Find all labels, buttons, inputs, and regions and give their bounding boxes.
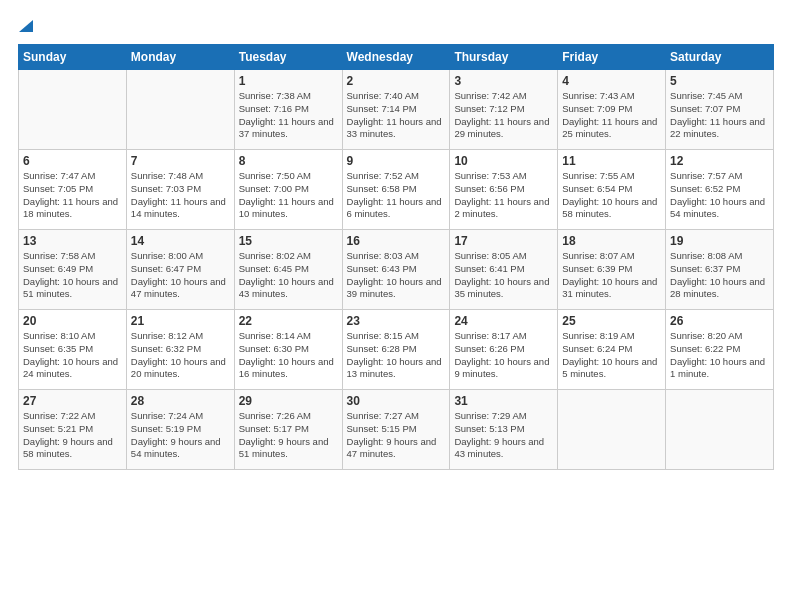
calendar-cell: 25Sunrise: 8:19 AM Sunset: 6:24 PM Dayli… (558, 310, 666, 390)
header-row: SundayMondayTuesdayWednesdayThursdayFrid… (19, 45, 774, 70)
weekday-header-sunday: Sunday (19, 45, 127, 70)
calendar-cell: 1Sunrise: 7:38 AM Sunset: 7:16 PM Daylig… (234, 70, 342, 150)
day-detail: Sunrise: 8:15 AM Sunset: 6:28 PM Dayligh… (347, 330, 446, 381)
day-detail: Sunrise: 7:42 AM Sunset: 7:12 PM Dayligh… (454, 90, 553, 141)
day-number: 10 (454, 154, 553, 168)
calendar-cell: 9Sunrise: 7:52 AM Sunset: 6:58 PM Daylig… (342, 150, 450, 230)
weekday-header-tuesday: Tuesday (234, 45, 342, 70)
calendar-cell: 15Sunrise: 8:02 AM Sunset: 6:45 PM Dayli… (234, 230, 342, 310)
calendar-cell: 11Sunrise: 7:55 AM Sunset: 6:54 PM Dayli… (558, 150, 666, 230)
day-number: 7 (131, 154, 230, 168)
calendar-cell: 22Sunrise: 8:14 AM Sunset: 6:30 PM Dayli… (234, 310, 342, 390)
day-detail: Sunrise: 8:10 AM Sunset: 6:35 PM Dayligh… (23, 330, 122, 381)
calendar-cell: 8Sunrise: 7:50 AM Sunset: 7:00 PM Daylig… (234, 150, 342, 230)
day-detail: Sunrise: 8:02 AM Sunset: 6:45 PM Dayligh… (239, 250, 338, 301)
page: SundayMondayTuesdayWednesdayThursdayFrid… (0, 0, 792, 482)
calendar-cell: 24Sunrise: 8:17 AM Sunset: 6:26 PM Dayli… (450, 310, 558, 390)
day-number: 18 (562, 234, 661, 248)
calendar-cell: 26Sunrise: 8:20 AM Sunset: 6:22 PM Dayli… (666, 310, 774, 390)
day-number: 15 (239, 234, 338, 248)
day-number: 5 (670, 74, 769, 88)
calendar-cell: 20Sunrise: 8:10 AM Sunset: 6:35 PM Dayli… (19, 310, 127, 390)
calendar-cell: 19Sunrise: 8:08 AM Sunset: 6:37 PM Dayli… (666, 230, 774, 310)
weekday-header-friday: Friday (558, 45, 666, 70)
day-detail: Sunrise: 7:58 AM Sunset: 6:49 PM Dayligh… (23, 250, 122, 301)
day-number: 29 (239, 394, 338, 408)
day-detail: Sunrise: 8:08 AM Sunset: 6:37 PM Dayligh… (670, 250, 769, 301)
day-number: 8 (239, 154, 338, 168)
day-detail: Sunrise: 7:27 AM Sunset: 5:15 PM Dayligh… (347, 410, 446, 461)
day-detail: Sunrise: 7:52 AM Sunset: 6:58 PM Dayligh… (347, 170, 446, 221)
day-detail: Sunrise: 7:45 AM Sunset: 7:07 PM Dayligh… (670, 90, 769, 141)
day-number: 12 (670, 154, 769, 168)
calendar-week-1: 1Sunrise: 7:38 AM Sunset: 7:16 PM Daylig… (19, 70, 774, 150)
calendar-cell: 23Sunrise: 8:15 AM Sunset: 6:28 PM Dayli… (342, 310, 450, 390)
day-number: 4 (562, 74, 661, 88)
svg-marker-0 (19, 20, 33, 32)
weekday-header-wednesday: Wednesday (342, 45, 450, 70)
calendar-cell: 31Sunrise: 7:29 AM Sunset: 5:13 PM Dayli… (450, 390, 558, 470)
calendar-cell (126, 70, 234, 150)
day-number: 20 (23, 314, 122, 328)
calendar-cell: 13Sunrise: 7:58 AM Sunset: 6:49 PM Dayli… (19, 230, 127, 310)
calendar-cell: 16Sunrise: 8:03 AM Sunset: 6:43 PM Dayli… (342, 230, 450, 310)
day-number: 13 (23, 234, 122, 248)
day-detail: Sunrise: 7:38 AM Sunset: 7:16 PM Dayligh… (239, 90, 338, 141)
day-number: 28 (131, 394, 230, 408)
day-detail: Sunrise: 8:19 AM Sunset: 6:24 PM Dayligh… (562, 330, 661, 381)
day-number: 25 (562, 314, 661, 328)
calendar-cell: 3Sunrise: 7:42 AM Sunset: 7:12 PM Daylig… (450, 70, 558, 150)
day-number: 23 (347, 314, 446, 328)
day-number: 1 (239, 74, 338, 88)
calendar-week-5: 27Sunrise: 7:22 AM Sunset: 5:21 PM Dayli… (19, 390, 774, 470)
calendar-cell (558, 390, 666, 470)
day-number: 31 (454, 394, 553, 408)
day-number: 21 (131, 314, 230, 328)
day-detail: Sunrise: 7:47 AM Sunset: 7:05 PM Dayligh… (23, 170, 122, 221)
logo-arrow-icon (19, 16, 33, 36)
calendar-cell: 4Sunrise: 7:43 AM Sunset: 7:09 PM Daylig… (558, 70, 666, 150)
calendar-cell: 29Sunrise: 7:26 AM Sunset: 5:17 PM Dayli… (234, 390, 342, 470)
day-detail: Sunrise: 7:48 AM Sunset: 7:03 PM Dayligh… (131, 170, 230, 221)
day-detail: Sunrise: 7:53 AM Sunset: 6:56 PM Dayligh… (454, 170, 553, 221)
day-detail: Sunrise: 8:17 AM Sunset: 6:26 PM Dayligh… (454, 330, 553, 381)
day-detail: Sunrise: 8:14 AM Sunset: 6:30 PM Dayligh… (239, 330, 338, 381)
day-number: 3 (454, 74, 553, 88)
calendar-cell: 30Sunrise: 7:27 AM Sunset: 5:15 PM Dayli… (342, 390, 450, 470)
day-number: 26 (670, 314, 769, 328)
day-detail: Sunrise: 7:55 AM Sunset: 6:54 PM Dayligh… (562, 170, 661, 221)
weekday-header-saturday: Saturday (666, 45, 774, 70)
calendar-cell: 18Sunrise: 8:07 AM Sunset: 6:39 PM Dayli… (558, 230, 666, 310)
calendar-cell: 5Sunrise: 7:45 AM Sunset: 7:07 PM Daylig… (666, 70, 774, 150)
calendar-table: SundayMondayTuesdayWednesdayThursdayFrid… (18, 44, 774, 470)
calendar-cell: 6Sunrise: 7:47 AM Sunset: 7:05 PM Daylig… (19, 150, 127, 230)
calendar-week-4: 20Sunrise: 8:10 AM Sunset: 6:35 PM Dayli… (19, 310, 774, 390)
calendar-cell: 28Sunrise: 7:24 AM Sunset: 5:19 PM Dayli… (126, 390, 234, 470)
day-detail: Sunrise: 8:03 AM Sunset: 6:43 PM Dayligh… (347, 250, 446, 301)
day-detail: Sunrise: 8:07 AM Sunset: 6:39 PM Dayligh… (562, 250, 661, 301)
day-detail: Sunrise: 7:26 AM Sunset: 5:17 PM Dayligh… (239, 410, 338, 461)
day-detail: Sunrise: 7:29 AM Sunset: 5:13 PM Dayligh… (454, 410, 553, 461)
day-number: 17 (454, 234, 553, 248)
calendar-cell: 2Sunrise: 7:40 AM Sunset: 7:14 PM Daylig… (342, 70, 450, 150)
day-number: 16 (347, 234, 446, 248)
day-number: 2 (347, 74, 446, 88)
calendar-cell (19, 70, 127, 150)
calendar-cell: 12Sunrise: 7:57 AM Sunset: 6:52 PM Dayli… (666, 150, 774, 230)
calendar-week-2: 6Sunrise: 7:47 AM Sunset: 7:05 PM Daylig… (19, 150, 774, 230)
day-number: 6 (23, 154, 122, 168)
day-number: 24 (454, 314, 553, 328)
calendar-cell: 14Sunrise: 8:00 AM Sunset: 6:47 PM Dayli… (126, 230, 234, 310)
header (18, 16, 774, 36)
day-detail: Sunrise: 7:40 AM Sunset: 7:14 PM Dayligh… (347, 90, 446, 141)
day-number: 11 (562, 154, 661, 168)
day-number: 22 (239, 314, 338, 328)
day-detail: Sunrise: 7:22 AM Sunset: 5:21 PM Dayligh… (23, 410, 122, 461)
calendar-week-3: 13Sunrise: 7:58 AM Sunset: 6:49 PM Dayli… (19, 230, 774, 310)
day-detail: Sunrise: 8:00 AM Sunset: 6:47 PM Dayligh… (131, 250, 230, 301)
day-number: 9 (347, 154, 446, 168)
logo (18, 16, 33, 36)
day-detail: Sunrise: 7:24 AM Sunset: 5:19 PM Dayligh… (131, 410, 230, 461)
weekday-header-thursday: Thursday (450, 45, 558, 70)
day-detail: Sunrise: 7:43 AM Sunset: 7:09 PM Dayligh… (562, 90, 661, 141)
